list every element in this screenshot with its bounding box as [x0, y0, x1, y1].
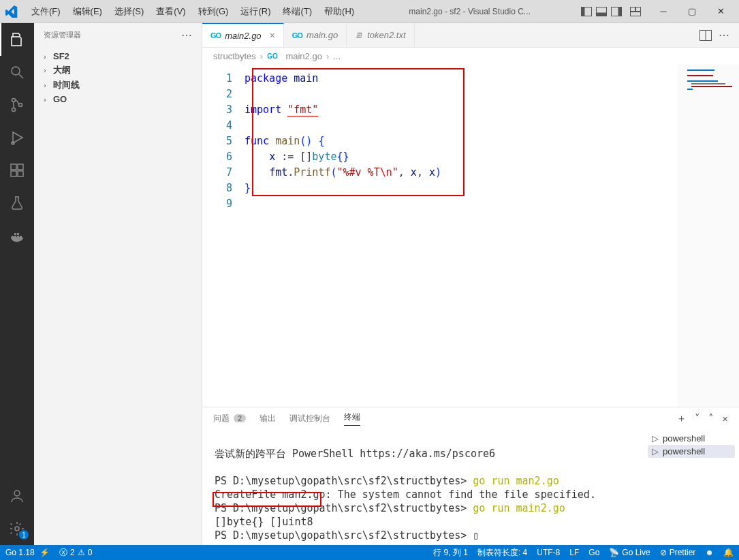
svg-point-13: [19, 104, 22, 107]
sidebar-title: 资源管理器: [44, 30, 81, 40]
svg-line-10: [19, 74, 23, 78]
status-cursor-pos[interactable]: 行 9, 列 1: [433, 547, 468, 559]
source-control-icon[interactable]: [0, 89, 34, 121]
svg-rect-17: [18, 171, 23, 176]
sidebar-header: 资源管理器 ⋯: [34, 23, 202, 47]
tab-main2-go[interactable]: GO main2.go ×: [202, 23, 284, 47]
breadcrumb-folder[interactable]: structbytes: [213, 51, 256, 61]
window-controls: ─ ▢ ✕: [649, 1, 735, 22]
title-bar: 文件(F) 编辑(E) 选择(S) 查看(V) 转到(G) 运行(R) 终端(T…: [0, 0, 739, 23]
panel-tab-problems[interactable]: 问题2: [213, 413, 246, 424]
tab-label: main2.go: [225, 31, 261, 41]
svg-point-19: [14, 491, 20, 496]
sidebar-item-go[interactable]: ›GO: [34, 93, 202, 106]
toggle-secondary-icon[interactable]: [610, 5, 623, 18]
window-title: main2.go - sf2 - Visual Studio C...: [360, 7, 580, 16]
panel-maximize-icon[interactable]: ˄: [708, 412, 714, 424]
menu-view[interactable]: 查看(V): [151, 3, 191, 20]
editor-body[interactable]: 123456789 package main import "fmt" func…: [202, 64, 739, 407]
menu-file[interactable]: 文件(F): [26, 3, 66, 20]
menu-help[interactable]: 帮助(H): [319, 3, 360, 20]
panel-tab-terminal[interactable]: 终端: [344, 411, 360, 426]
vscode-logo-icon: [0, 5, 23, 18]
terminal-dropdown-icon[interactable]: ˅: [695, 412, 700, 424]
code-content[interactable]: package main import "fmt" func main() { …: [245, 64, 739, 407]
status-encoding[interactable]: UTF-8: [537, 548, 560, 557]
account-icon[interactable]: [0, 480, 34, 512]
breadcrumb-ellipsis[interactable]: ...: [333, 51, 341, 61]
go-file-icon: GO: [292, 31, 302, 40]
status-prettier[interactable]: ⊘ Prettier: [660, 548, 696, 557]
chevron-right-icon: ›: [326, 51, 329, 61]
settings-badge: 1: [19, 530, 29, 540]
close-window-button[interactable]: ✕: [706, 1, 735, 22]
close-tab-icon[interactable]: ×: [270, 30, 275, 41]
minimize-button[interactable]: ─: [649, 1, 678, 22]
explorer-icon[interactable]: [0, 23, 34, 56]
panel-close-icon[interactable]: ×: [722, 413, 728, 424]
terminal-entry[interactable]: ▷powershell: [648, 432, 735, 445]
status-eol[interactable]: LF: [569, 548, 579, 557]
text-file-icon: 🗎: [355, 31, 363, 40]
status-bar: Go 1.18 ⚡ ⓧ 2 ⚠ 0 行 9, 列 1 制表符长度: 4 UTF-…: [0, 545, 739, 560]
terminal-entry[interactable]: ▷powershell: [648, 445, 735, 458]
new-terminal-icon[interactable]: ＋: [676, 412, 687, 425]
terminal-output[interactable]: 尝试新的跨平台 PowerShell https://aka.ms/pscore…: [202, 429, 644, 545]
maximize-button[interactable]: ▢: [678, 1, 706, 22]
status-indent[interactable]: 制表符长度: 4: [477, 547, 527, 559]
sidebar-item-timeline[interactable]: ›时间线: [34, 78, 202, 93]
menu-edit[interactable]: 编辑(E): [67, 3, 108, 20]
svg-point-20: [15, 527, 19, 531]
tab-main-go[interactable]: GO main.go: [284, 23, 347, 47]
chevron-right-icon: ›: [260, 51, 263, 61]
sidebar: 资源管理器 ⋯ ›SF2 ›大纲 ›时间线 ›GO: [34, 23, 202, 545]
activity-bar: 1: [0, 23, 34, 545]
breadcrumb-file[interactable]: GO main2.go: [267, 51, 322, 61]
menu-terminal[interactable]: 终端(T): [277, 3, 317, 20]
tab-token2-txt[interactable]: 🗎 token2.txt: [347, 23, 414, 47]
panel-tab-output[interactable]: 输出: [260, 413, 276, 424]
toggle-panel-icon[interactable]: [595, 5, 608, 18]
status-go-version[interactable]: Go 1.18 ⚡: [5, 548, 50, 557]
breadcrumb[interactable]: structbytes › GO main2.go › ...: [202, 48, 739, 64]
customize-layout-icon[interactable]: [629, 5, 642, 18]
docker-icon[interactable]: [0, 219, 34, 252]
svg-rect-18: [18, 164, 23, 170]
status-go-live[interactable]: 📡 Go Live: [609, 548, 650, 557]
tab-label: token2.txt: [367, 30, 405, 40]
minimap[interactable]: [678, 64, 739, 407]
status-errors[interactable]: ⓧ 2 ⚠ 0: [59, 547, 92, 559]
svg-rect-6: [631, 7, 635, 11]
layout-icons: [580, 5, 642, 18]
status-lang[interactable]: Go: [588, 548, 599, 557]
sidebar-item-outline[interactable]: ›大纲: [34, 63, 202, 78]
svg-point-11: [12, 99, 16, 102]
status-bell-icon[interactable]: 🔔: [723, 548, 734, 557]
chevron-right-icon: ›: [44, 52, 50, 61]
menu-run[interactable]: 运行(R): [235, 3, 276, 20]
search-icon[interactable]: [0, 56, 34, 89]
svg-rect-16: [11, 171, 16, 176]
extensions-icon[interactable]: [0, 154, 34, 187]
settings-gear-icon[interactable]: 1: [0, 512, 34, 545]
menu-goto[interactable]: 转到(G): [193, 3, 234, 20]
status-feedback-icon[interactable]: ☻: [705, 548, 714, 557]
line-numbers: 123456789: [202, 64, 245, 407]
sidebar-more-icon[interactable]: ⋯: [181, 29, 192, 42]
split-editor-icon[interactable]: [699, 30, 712, 41]
menu-select[interactable]: 选择(S): [109, 3, 149, 20]
tab-more-icon[interactable]: ⋯: [719, 29, 729, 42]
panel-tab-debug[interactable]: 调试控制台: [289, 413, 330, 424]
debug-icon[interactable]: [0, 121, 34, 154]
sidebar-item-sf2[interactable]: ›SF2: [34, 50, 202, 63]
chevron-right-icon: ›: [44, 66, 50, 74]
sidebar-sections: ›SF2 ›大纲 ›时间线 ›GO: [34, 47, 202, 108]
panel-tabs: 问题2 输出 调试控制台 终端 ＋ ˅ ˄ ×: [202, 407, 739, 429]
toggle-sidebar-icon[interactable]: [580, 5, 593, 18]
problems-count-badge: 2: [234, 414, 246, 422]
testing-icon[interactable]: [0, 187, 34, 219]
svg-rect-3: [597, 12, 607, 16]
svg-rect-15: [11, 164, 16, 170]
svg-rect-8: [631, 12, 641, 16]
go-file-icon: GO: [210, 31, 221, 40]
